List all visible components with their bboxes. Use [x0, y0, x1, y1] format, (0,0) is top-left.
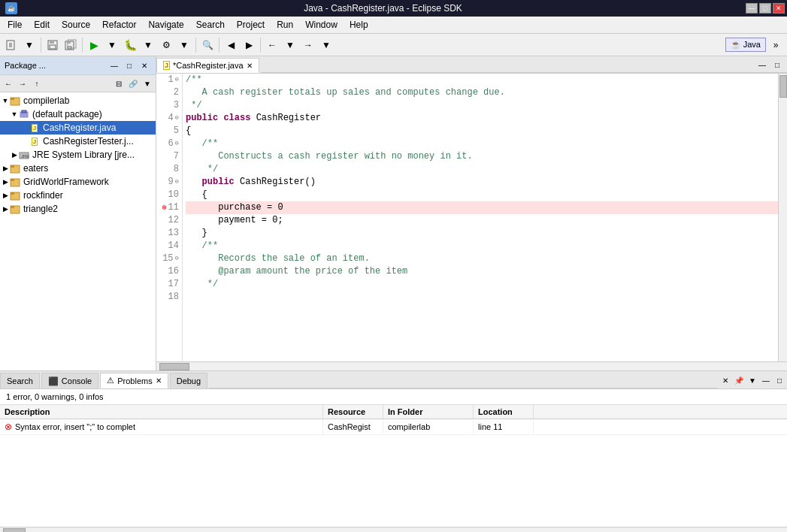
run-button[interactable]: ▶ — [86, 37, 102, 53]
pe-maximize[interactable]: □ — [123, 59, 136, 72]
menu-project[interactable]: Project — [232, 18, 269, 32]
tree-item-triangle2[interactable]: ▶ triangle2 — [0, 202, 156, 216]
expand-default-pkg[interactable]: ▼ — [11, 110, 18, 118]
prev-edit-button[interactable]: ◀ — [222, 37, 239, 53]
svg-rect-14 — [22, 110, 26, 113]
menu-navigate[interactable]: Navigate — [144, 18, 188, 32]
tree-item-compilerlab[interactable]: ▼ compilerlab — [0, 94, 156, 107]
back-dropdown[interactable]: ▼ — [282, 37, 298, 53]
tree-item-cashregistertester[interactable]: ▶ J CashRegisterTester.j... — [0, 135, 156, 148]
svg-text:JRE: JRE — [21, 154, 29, 159]
pe-link[interactable]: 🔗 — [126, 77, 140, 90]
problems-menu-button[interactable]: ▼ — [746, 374, 758, 386]
package-icon — [18, 108, 30, 120]
expand-eaters[interactable]: ▶ — [2, 165, 9, 172]
editor-hscrollbar-thumb[interactable] — [159, 363, 189, 370]
forward-button[interactable]: → — [300, 37, 316, 53]
expand-triangle2[interactable]: ▶ — [2, 205, 9, 213]
menu-help[interactable]: Help — [345, 18, 373, 32]
problem-error-icon: ⊗ — [5, 422, 12, 432]
app-icon: ☕ — [5, 2, 17, 14]
debug-dropdown[interactable]: ▼ — [140, 37, 156, 53]
tree-item-rockfinder[interactable]: ▶ rockfinder — [0, 189, 156, 202]
svg-rect-5 — [50, 41, 54, 44]
debug-button[interactable]: 🐛 — [122, 37, 138, 53]
editor-maximize[interactable]: □ — [770, 59, 784, 72]
pe-up[interactable]: ↑ — [30, 77, 44, 90]
expand-rockfinder[interactable]: ▶ — [2, 192, 9, 199]
tab-search[interactable]: Search — [0, 373, 40, 388]
expand-jre[interactable]: ▶ — [11, 151, 18, 159]
editor-tab-cashregister[interactable]: J *CashRegister.java ✕ — [156, 58, 259, 73]
problems-remove-button[interactable]: ✕ — [719, 374, 731, 386]
tree-item-default-pkg[interactable]: ▼ (default package) — [0, 107, 156, 121]
pe-forward[interactable]: → — [16, 77, 29, 90]
editor-hscrollbar[interactable] — [156, 361, 787, 370]
tab-problems-close[interactable]: ✕ — [156, 376, 162, 385]
maximize-button[interactable]: □ — [759, 3, 771, 14]
col-resource-label: Resource — [328, 407, 365, 416]
forward-dropdown[interactable]: ▼ — [318, 37, 334, 53]
pe-toolbar: ← → ↑ ⊟ 🔗 ▼ — [0, 75, 156, 92]
pe-close[interactable]: ✕ — [138, 59, 151, 72]
expand-compilerlab[interactable]: ▼ — [2, 97, 9, 104]
back-button[interactable]: ← — [264, 37, 280, 53]
toolbar-separator-3 — [195, 38, 196, 53]
menu-run[interactable]: Run — [272, 18, 298, 32]
bottom-hscrollbar[interactable] — [0, 527, 787, 532]
problems-pin-button[interactable]: 📌 — [733, 374, 745, 386]
tree-item-eaters[interactable]: ▶ eaters — [0, 162, 156, 175]
close-button[interactable]: ✕ — [773, 3, 785, 14]
editor-vscrollbar[interactable] — [778, 74, 787, 361]
perspective-more[interactable]: » — [767, 37, 784, 53]
menu-search[interactable]: Search — [192, 18, 229, 32]
menu-window[interactable]: Window — [301, 18, 342, 32]
tab-problems[interactable]: ⚠ Problems ✕ — [100, 373, 168, 388]
expand-gridworld[interactable]: ▶ — [2, 178, 9, 186]
tab-problems-label: Problems — [117, 376, 152, 385]
search-button[interactable]: 🔍 — [199, 37, 216, 53]
tree-item-cashregister[interactable]: ▶ J CashRegister.java — [0, 121, 156, 135]
save-button[interactable] — [44, 37, 61, 53]
tree-item-jre[interactable]: ▶ JRE JRE System Library [jre... — [0, 148, 156, 162]
bottom-maximize[interactable]: □ — [773, 374, 785, 386]
new-button[interactable] — [3, 37, 20, 53]
next-edit-button[interactable]: ▶ — [241, 37, 257, 53]
tab-close-button[interactable]: ✕ — [247, 62, 253, 70]
bottom-minimize[interactable]: — — [760, 374, 772, 386]
editor-minimize[interactable]: — — [755, 59, 769, 72]
pe-menu[interactable]: ▼ — [141, 77, 154, 90]
project-icon-eaters — [9, 162, 21, 174]
minimize-button[interactable]: — — [746, 3, 758, 14]
col-location: Location — [474, 405, 534, 419]
save-all-button[interactable] — [62, 37, 79, 53]
line-18: 18 — [156, 291, 182, 304]
code-content[interactable]: /** A cash register totals up sales and … — [183, 74, 787, 361]
external-tools-button[interactable]: ⚙ — [158, 37, 174, 53]
problem-row-1[interactable]: ⊗ Syntax error, insert ";" to complet Ca… — [0, 419, 787, 435]
code-line-1: /** — [186, 74, 784, 86]
tab-console[interactable]: ⬛ Console — [41, 373, 98, 388]
menu-refactor[interactable]: Refactor — [98, 18, 141, 32]
bottom-hscrollbar-thumb[interactable] — [3, 528, 26, 533]
col-description: Description — [0, 405, 323, 419]
pe-back[interactable]: ← — [2, 77, 15, 90]
menu-file[interactable]: File — [3, 18, 26, 32]
menu-source[interactable]: Source — [57, 18, 95, 32]
ext-dropdown[interactable]: ▼ — [176, 37, 192, 53]
pe-header: Package ... — □ ✕ — [0, 56, 156, 75]
editor-vscrollbar-thumb[interactable] — [779, 75, 787, 98]
line-15: 15⊖ — [156, 252, 182, 265]
tree-item-gridworld[interactable]: ▶ GridWorldFramework — [0, 175, 156, 189]
code-line-8: */ — [186, 163, 784, 176]
code-area[interactable]: 1⊖ 2 3 4⊖ 5 6⊖ 7 8 9⊖ 10 ⊗ 11 12 13 14 1… — [156, 74, 787, 361]
toolbar-dropdown1[interactable]: ▼ — [21, 37, 38, 53]
pe-minimize[interactable]: — — [107, 59, 121, 72]
run-dropdown[interactable]: ▼ — [104, 37, 120, 53]
pe-collapse[interactable]: ⊟ — [112, 77, 126, 90]
menu-edit[interactable]: Edit — [29, 18, 54, 32]
perspective-button[interactable]: ☕ Java — [725, 38, 766, 52]
pe-title: Package ... — [5, 61, 46, 70]
line-9: 9⊖ — [156, 176, 182, 189]
tab-debug[interactable]: Debug — [170, 373, 207, 388]
